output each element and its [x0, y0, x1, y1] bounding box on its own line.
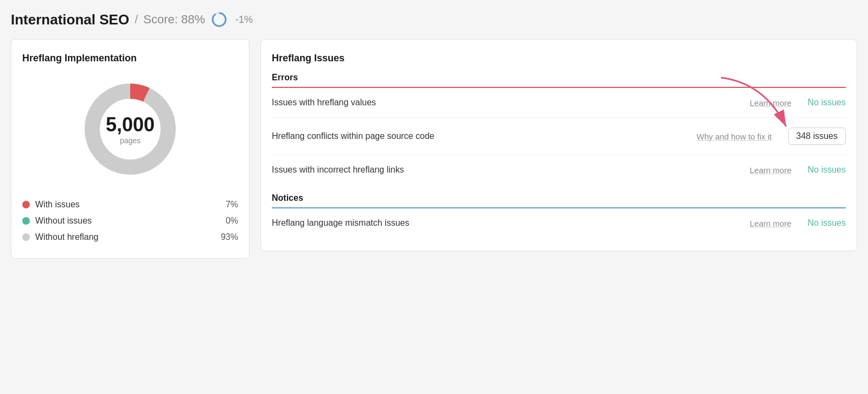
legend-label-without-hreflang: Without hreflang	[35, 232, 99, 242]
legend-label-without-issues: Without issues	[35, 216, 92, 226]
donut-center: 5,000 pages	[106, 113, 155, 145]
legend-dot-with-issues	[22, 201, 30, 208]
donut-label: pages	[106, 136, 155, 145]
donut-chart: 5,000 pages	[76, 75, 184, 183]
legend-item-without-hreflang: Without hreflang 93%	[22, 229, 238, 245]
legend-item-with-issues: With issues 7%	[22, 196, 238, 213]
legend-pct-with-issues: 7%	[226, 200, 238, 209]
notice-status-language-mismatch: No issues	[808, 218, 846, 228]
legend-item-without-issues: Without issues 0%	[22, 213, 238, 229]
error-count-hreflang-conflicts[interactable]: 348 issues	[788, 128, 846, 145]
header-divider: /	[135, 12, 138, 27]
score-ring-icon	[210, 11, 228, 28]
score-delta: -1%	[235, 14, 253, 26]
legend-label-with-issues: With issues	[35, 200, 80, 209]
error-link-hreflang-conflicts[interactable]: Why and how to fix it	[697, 132, 771, 141]
legend-dot-without-issues	[22, 217, 30, 225]
notices-heading: Notices	[272, 193, 846, 207]
error-name-incorrect-links: Issues with incorrect hreflang links	[272, 165, 750, 175]
error-name-hreflang-conflicts: Hreflang conflicts within page source co…	[272, 131, 697, 141]
error-status-incorrect-links: No issues	[808, 165, 846, 175]
error-row-hreflang-values: Issues with hreflang values Learn more N…	[272, 88, 846, 118]
legend-pct-without-hreflang: 93%	[221, 232, 238, 242]
error-row-hreflang-conflicts: Hreflang conflicts within page source co…	[272, 118, 846, 155]
errors-heading: Errors	[272, 73, 846, 87]
error-row-incorrect-links: Issues with incorrect hreflang links Lea…	[272, 155, 846, 185]
notice-row-language-mismatch: Hreflang language mismatch issues Learn …	[272, 208, 846, 238]
legend: With issues 7% Without issues 0% Without…	[22, 196, 238, 245]
notice-name-language-mismatch: Hreflang language mismatch issues	[272, 218, 750, 228]
hreflang-issues-panel: Hreflang Issues Errors Issues with hrefl…	[260, 39, 857, 251]
error-status-hreflang-values: No issues	[808, 98, 846, 107]
donut-container: 5,000 pages	[22, 75, 238, 183]
notices-section: Notices Hreflang language mismatch issue…	[272, 193, 846, 238]
header-score: Score: 88%	[143, 12, 205, 27]
page-header: International SEO / Score: 88% -1%	[11, 11, 857, 28]
error-name-hreflang-values: Issues with hreflang values	[272, 98, 750, 107]
error-link-incorrect-links[interactable]: Learn more	[750, 166, 792, 175]
legend-dot-without-hreflang	[22, 233, 30, 241]
donut-number: 5,000	[106, 113, 155, 136]
errors-section: Errors Issues with hreflang values Learn…	[272, 73, 846, 185]
issues-panel-title: Hreflang Issues	[272, 53, 846, 64]
legend-pct-without-issues: 0%	[226, 216, 238, 226]
svg-point-1	[213, 13, 226, 26]
page-title: International SEO	[11, 11, 129, 28]
main-content: Hreflang Implementation 5,000 pages	[11, 39, 857, 259]
left-panel-title: Hreflang Implementation	[22, 53, 238, 64]
error-link-hreflang-values[interactable]: Learn more	[750, 98, 792, 107]
notice-link-language-mismatch[interactable]: Learn more	[750, 219, 792, 228]
hreflang-implementation-panel: Hreflang Implementation 5,000 pages	[11, 39, 250, 259]
